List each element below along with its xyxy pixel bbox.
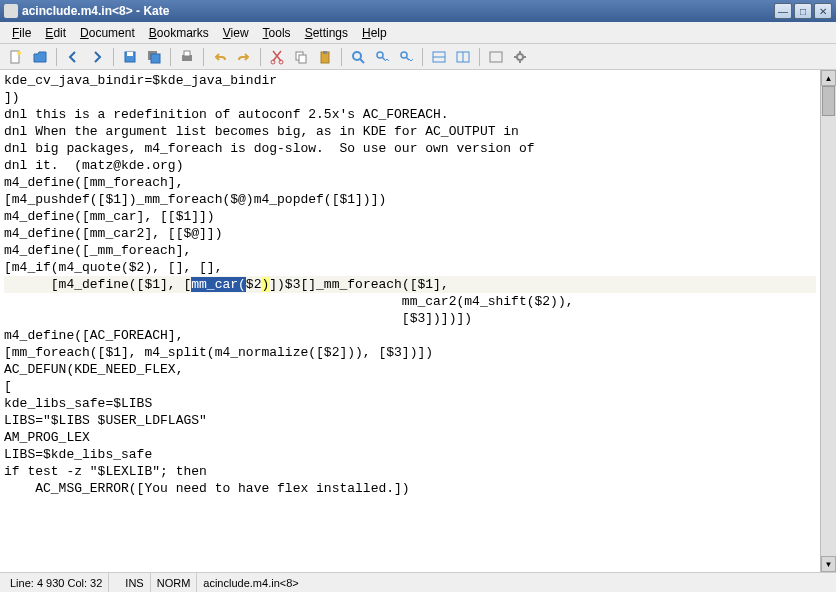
print-icon[interactable] [177,47,197,67]
menu-file[interactable]: File [6,24,37,42]
menu-help[interactable]: Help [356,24,393,42]
find-prev-icon[interactable] [396,47,416,67]
toolbar [0,44,836,70]
menu-bookmarks[interactable]: Bookmarks [143,24,215,42]
status-insert-mode[interactable]: INS [119,573,150,592]
svg-point-1 [17,51,21,55]
menubar: File Edit Document Bookmarks View Tools … [0,22,836,44]
undo-icon[interactable] [210,47,230,67]
open-icon[interactable] [30,47,50,67]
code-editor[interactable]: kde_cv_java_bindir=$kde_java_bindir])dnl… [0,70,820,572]
scroll-track[interactable] [821,86,836,556]
close-view-icon[interactable] [486,47,506,67]
split-vertical-icon[interactable] [453,47,473,67]
scroll-down-button[interactable]: ▼ [821,556,836,572]
window-title: acinclude.m4.in<8> - Kate [22,4,774,18]
app-icon [4,4,18,18]
find-next-icon[interactable] [372,47,392,67]
maximize-button[interactable]: □ [794,3,812,19]
status-position: Line: 4 930 Col: 32 [4,573,109,592]
svg-rect-5 [151,54,160,63]
status-filename: acinclude.m4.in<8> [197,573,832,592]
scroll-up-button[interactable]: ▲ [821,70,836,86]
menu-view[interactable]: View [217,24,255,42]
svg-point-22 [517,54,523,60]
close-button[interactable]: ✕ [814,3,832,19]
configure-icon[interactable] [510,47,530,67]
cut-icon[interactable] [267,47,287,67]
status-norm-mode[interactable]: NORM [151,573,198,592]
svg-rect-11 [299,55,306,63]
svg-rect-3 [127,52,133,56]
menu-edit[interactable]: Edit [39,24,72,42]
scroll-thumb[interactable] [822,86,835,116]
new-file-icon[interactable] [6,47,26,67]
svg-point-14 [353,52,361,60]
vertical-scrollbar[interactable]: ▲ ▼ [820,70,836,572]
menu-settings[interactable]: Settings [299,24,354,42]
minimize-button[interactable]: — [774,3,792,19]
save-icon[interactable] [120,47,140,67]
menu-document[interactable]: Document [74,24,141,42]
svg-rect-7 [184,51,190,56]
split-horizontal-icon[interactable] [429,47,449,67]
statusbar: Line: 4 930 Col: 32 INS NORM acinclude.m… [0,572,836,592]
find-icon[interactable] [348,47,368,67]
svg-rect-13 [323,51,327,54]
redo-icon[interactable] [234,47,254,67]
paste-icon[interactable] [315,47,335,67]
forward-icon[interactable] [87,47,107,67]
back-icon[interactable] [63,47,83,67]
copy-icon[interactable] [291,47,311,67]
menu-tools[interactable]: Tools [257,24,297,42]
save-all-icon[interactable] [144,47,164,67]
svg-rect-21 [490,52,502,62]
titlebar: acinclude.m4.in<8> - Kate — □ ✕ [0,0,836,22]
